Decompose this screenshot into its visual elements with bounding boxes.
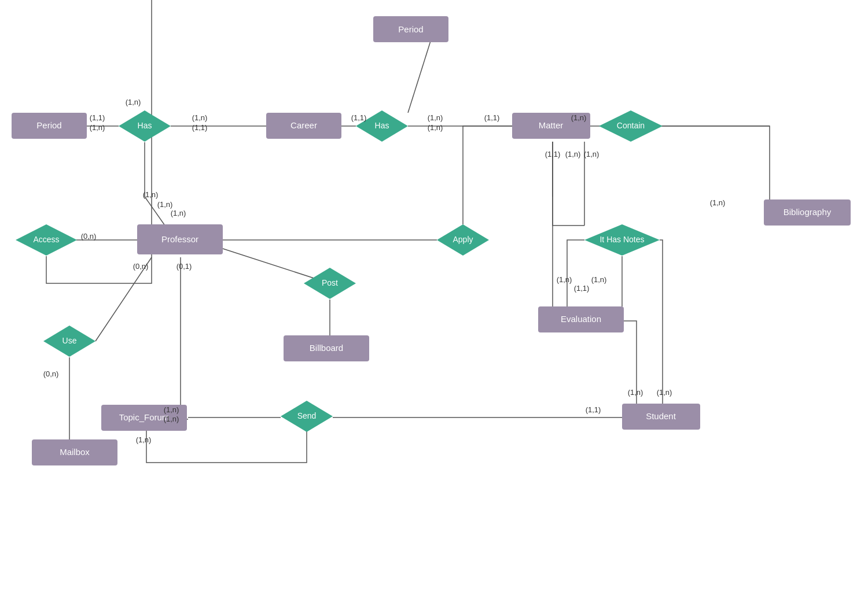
entity-matter-label: Matter bbox=[539, 120, 564, 130]
entity-period-label: Period bbox=[398, 24, 423, 34]
relation-contain-label: Contain bbox=[617, 121, 645, 130]
relation-has2-label: Has bbox=[375, 121, 389, 130]
relation-send-label: Send bbox=[297, 411, 317, 420]
entity-student-label: Student bbox=[646, 411, 676, 421]
entity-career-label: Career bbox=[290, 120, 317, 130]
line-contain-bib2 bbox=[660, 126, 770, 199]
line-period-has2 bbox=[408, 39, 431, 113]
entity-topic-forum-label: Topic_Forum bbox=[119, 412, 170, 422]
card-topic-loop: (1,n) bbox=[136, 435, 152, 444]
entity-mailbox-label: Mailbox bbox=[60, 447, 90, 457]
card-topic-send-a: (1,n) bbox=[164, 405, 179, 414]
entity-bibliography-label: Bibliography bbox=[784, 207, 832, 217]
card-has2-matter-a: (1,n) bbox=[428, 113, 443, 122]
line-topic-loop bbox=[146, 431, 307, 463]
card-ihn-eval-a: (1,n) bbox=[557, 275, 572, 284]
relation-apply-label: Apply bbox=[453, 235, 473, 244]
relation-has1-label: Has bbox=[138, 121, 152, 130]
card-school-has1-b: (1,n) bbox=[90, 123, 105, 132]
entity-school-label: Period bbox=[36, 120, 61, 130]
relation-it-has-notes-label: It Has Notes bbox=[599, 235, 644, 244]
card-ihn-eval-c: (1,n) bbox=[591, 275, 607, 284]
card-school-has1-a: (1,1) bbox=[90, 113, 105, 122]
card-has1-career-a: (1,n) bbox=[192, 113, 208, 122]
relation-post-label: Post bbox=[322, 278, 338, 287]
card-contain-bib: (1,n) bbox=[710, 198, 726, 207]
card-matter-contain-a: (1,n) bbox=[571, 113, 587, 122]
card-has1-career-b: (1,1) bbox=[192, 123, 208, 132]
card-student-top-a: (1,n) bbox=[628, 388, 643, 397]
card-career-has2: (1,1) bbox=[351, 113, 367, 122]
card-has2-matter-b: (1,n) bbox=[428, 123, 443, 132]
card-has1-top: (1,n) bbox=[126, 98, 141, 106]
card-has1-prof-a: (1,n) bbox=[143, 190, 159, 199]
card-apply-matter: (1,1) bbox=[484, 113, 500, 122]
entity-billboard-label: Billboard bbox=[310, 343, 343, 353]
line-apply-matter bbox=[463, 126, 515, 224]
card-student-top-b: (1,n) bbox=[657, 388, 672, 397]
card-has1-prof-c: (1,n) bbox=[171, 209, 186, 217]
card-access-self-a: (0,n) bbox=[133, 262, 149, 271]
card-matter-ihn-b: (1,n) bbox=[565, 150, 581, 158]
card-use-mailbox: (0,n) bbox=[43, 369, 59, 378]
relation-use-label: Use bbox=[62, 336, 77, 345]
entity-evaluation-label: Evaluation bbox=[561, 314, 601, 324]
line-matter-eval bbox=[544, 142, 553, 321]
svg-canvas: Period Period Career Matter Professor Bi… bbox=[0, 0, 868, 595]
card-ihn-eval-b: (1,1) bbox=[574, 284, 590, 293]
card-access-prof: (0,n) bbox=[81, 232, 97, 241]
line-prof-topic bbox=[181, 257, 188, 419]
relation-access-label: Access bbox=[33, 235, 59, 244]
card-has1-prof-b: (1,n) bbox=[157, 200, 173, 209]
er-diagram: Period Period Career Matter Professor Bi… bbox=[0, 0, 868, 595]
card-matter-ihn-a: (1,1) bbox=[545, 150, 561, 158]
card-send-student: (1,1) bbox=[586, 405, 601, 414]
card-matter-ihn-c: (1,n) bbox=[584, 150, 599, 158]
card-topic-send-b: (1,n) bbox=[164, 415, 179, 423]
entity-professor-label: Professor bbox=[161, 234, 198, 244]
card-access-self-b: (0,1) bbox=[176, 262, 192, 271]
line-student-apply bbox=[660, 240, 663, 405]
